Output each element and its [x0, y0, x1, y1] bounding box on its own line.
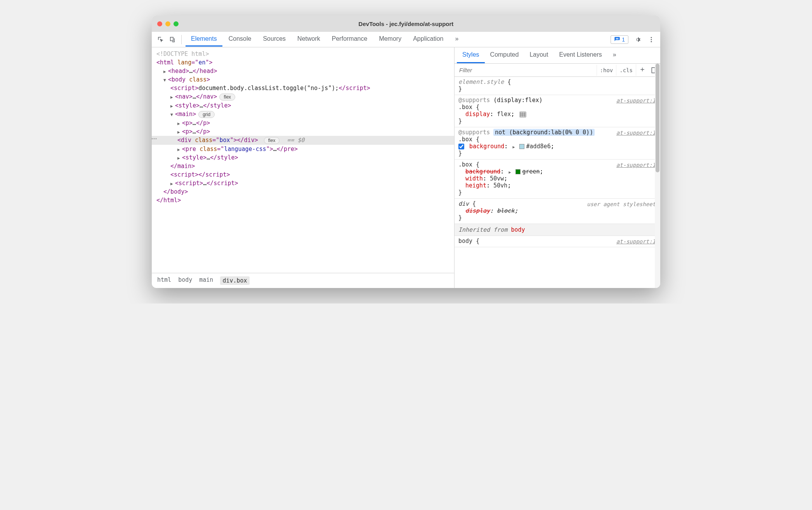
styles-scrollbar[interactable]	[655, 64, 660, 288]
rule-supports-flex[interactable]: at-support:1 @supports (display:flex) .b…	[455, 95, 660, 127]
breadcrumb: html body main div.box	[152, 273, 454, 288]
styles-tabs: Styles Computed Layout Event Listeners »	[455, 47, 660, 64]
issues-button[interactable]: 1	[611, 35, 628, 44]
devtools-window: DevTools - jec.fyi/demo/at-support Eleme…	[152, 16, 660, 288]
dom-head[interactable]: ▶<head>…</head>	[152, 67, 454, 75]
svg-point-0	[651, 37, 652, 38]
color-swatch-icon[interactable]	[515, 169, 521, 174]
dom-main-close[interactable]: </main>	[152, 162, 454, 170]
source-link[interactable]: at-support:1	[616, 162, 656, 168]
new-rule-button[interactable]	[636, 64, 649, 76]
dom-style-2[interactable]: ▶<style>…</style>	[152, 153, 454, 162]
toolbar-right: 1	[611, 35, 656, 45]
scrollbar-thumb[interactable]	[656, 64, 659, 172]
flex-badge[interactable]: flex	[264, 137, 280, 144]
grid-badge[interactable]: grid	[198, 111, 215, 118]
source-link[interactable]: at-support:1	[616, 238, 656, 245]
dom-nav[interactable]: ▶<nav>…</nav>flex	[152, 92, 454, 101]
dom-body-close[interactable]: </body>	[152, 187, 454, 196]
dom-style-1[interactable]: ▶<style>…</style>	[152, 101, 454, 110]
inspect-icon[interactable]	[156, 35, 166, 45]
dom-html-open[interactable]: <html lang="en">	[152, 58, 454, 67]
flex-editor-icon[interactable]	[519, 111, 526, 118]
dom-doctype[interactable]: <!DOCTYPE html>	[152, 50, 454, 58]
styles-filter-row: :hov .cls	[455, 64, 660, 77]
dom-body-open[interactable]: ▼<body class>	[152, 75, 454, 84]
tab-application[interactable]: Application	[408, 32, 449, 47]
rule-user-agent-div[interactable]: user agent stylesheet div { display: blo…	[455, 199, 660, 224]
rule-supports-not-lab[interactable]: at-support:1 @supports not (background:l…	[455, 127, 660, 160]
tab-elements[interactable]: Elements	[186, 32, 222, 47]
flex-badge[interactable]: flex	[219, 94, 235, 101]
rule-box[interactable]: at-support:1 .box { background: ▶ green;…	[455, 160, 660, 199]
breadcrumb-item[interactable]: main	[199, 276, 213, 285]
main-toolbar: Elements Console Sources Network Perform…	[152, 32, 660, 47]
dom-selected-div[interactable]: <div class="box"></div> flex == $0	[152, 136, 454, 145]
panels-body: <!DOCTYPE html> <html lang="en"> ▶<head>…	[152, 47, 660, 288]
source-link[interactable]: at-support:1	[616, 130, 656, 136]
tab-performance[interactable]: Performance	[326, 32, 373, 47]
tabs-overflow-icon[interactable]: »	[449, 32, 464, 47]
breadcrumb-item[interactable]: html	[157, 276, 171, 285]
tab-sources[interactable]: Sources	[257, 32, 291, 47]
svg-point-2	[651, 41, 652, 42]
styles-tabs-overflow-icon[interactable]: »	[607, 47, 622, 63]
rule-element-style[interactable]: element.style { }	[455, 77, 660, 95]
color-swatch-icon[interactable]	[519, 144, 524, 149]
more-icon[interactable]	[646, 35, 656, 45]
device-toolbar-icon[interactable]	[167, 35, 177, 45]
styles-rules[interactable]: element.style { } at-support:1 @supports…	[455, 77, 660, 288]
dom-p2[interactable]: ▶<p>…</p>	[152, 127, 454, 136]
close-window-button[interactable]	[157, 21, 162, 26]
tab-memory[interactable]: Memory	[373, 32, 407, 47]
hov-button[interactable]: :hov	[597, 65, 616, 76]
dom-script-inline[interactable]: <script>document.body.classList.toggle("…	[152, 84, 454, 92]
rule-body[interactable]: at-support:1 body {	[455, 236, 660, 247]
dom-pre[interactable]: ▶<pre class="language-css">…</pre>	[152, 145, 454, 153]
console-ref: == $0	[287, 137, 304, 144]
svg-point-1	[651, 39, 652, 40]
dom-script-empty[interactable]: <script></script>	[152, 170, 454, 179]
tab-network[interactable]: Network	[292, 32, 326, 47]
property-toggle-checkbox[interactable]	[458, 144, 464, 149]
breadcrumb-current[interactable]: div.box	[220, 276, 249, 285]
traffic-lights	[157, 21, 179, 26]
styles-tab-styles[interactable]: Styles	[457, 47, 485, 63]
main-tabs: Elements Console Sources Network Perform…	[186, 32, 609, 47]
styles-tab-computed[interactable]: Computed	[485, 47, 524, 63]
window-title: DevTools - jec.fyi/demo/at-support	[152, 21, 660, 27]
dom-main-open[interactable]: ▼<main>grid	[152, 110, 454, 119]
dom-script-2[interactable]: ▶<script>…</script>	[152, 179, 454, 187]
tab-console[interactable]: Console	[223, 32, 257, 47]
styles-tab-event-listeners[interactable]: Event Listeners	[553, 47, 607, 63]
source-ua: user agent stylesheet	[587, 201, 656, 207]
dom-tree[interactable]: <!DOCTYPE html> <html lang="en"> ▶<head>…	[152, 47, 454, 273]
issues-count: 1	[622, 36, 625, 43]
breadcrumb-item[interactable]: body	[178, 276, 192, 285]
cls-button[interactable]: .cls	[616, 65, 636, 76]
inherited-separator: Inherited from body	[455, 224, 660, 236]
minimize-window-button[interactable]	[165, 21, 170, 26]
maximize-window-button[interactable]	[174, 21, 179, 26]
source-link[interactable]: at-support:1	[616, 97, 656, 104]
dom-p1[interactable]: ▶<p>…</p>	[152, 119, 454, 127]
styles-panel: Styles Computed Layout Event Listeners »…	[455, 47, 660, 288]
dom-panel: <!DOCTYPE html> <html lang="en"> ▶<head>…	[152, 47, 455, 288]
titlebar: DevTools - jec.fyi/demo/at-support	[152, 16, 660, 32]
toolbar-divider	[181, 35, 182, 44]
settings-icon[interactable]	[632, 35, 642, 45]
styles-tab-layout[interactable]: Layout	[524, 47, 553, 63]
styles-filter-input[interactable]	[455, 64, 597, 76]
dom-html-close[interactable]: </html>	[152, 196, 454, 205]
